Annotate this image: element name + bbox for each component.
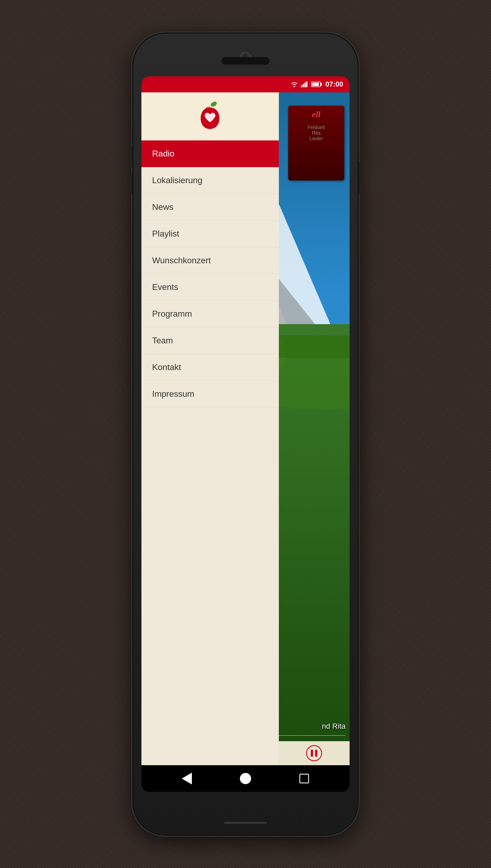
svg-rect-4 (306, 81, 308, 87)
volume-up-button[interactable] (130, 146, 132, 167)
menu-item-kontakt[interactable]: Kontakt (141, 354, 279, 381)
menu-item-wunschkonzert[interactable]: Wunschkonzert (141, 247, 279, 274)
svg-rect-2 (302, 84, 304, 87)
phone-screen: 07:00 (141, 76, 350, 792)
status-time: 07:00 (325, 80, 343, 88)
menu-item-events[interactable]: Events (141, 274, 279, 301)
menu-item-radio[interactable]: Radio (141, 140, 279, 167)
pause-bar-left (311, 750, 313, 757)
pause-button[interactable] (306, 745, 322, 761)
album-art: ell FelduettRitaLieder (288, 106, 344, 180)
home-icon (240, 773, 251, 784)
pause-bar-right (315, 750, 317, 757)
back-icon (182, 773, 192, 784)
bottom-bar (224, 822, 267, 824)
app-logo (197, 101, 223, 132)
artist-name: nd Rita (322, 722, 346, 730)
drawer-logo-area (141, 92, 279, 140)
navigation-drawer: Radio Lokalisierung News Playlist (141, 92, 279, 765)
menu-item-news[interactable]: News (141, 194, 279, 221)
menu-item-playlist[interactable]: Playlist (141, 221, 279, 247)
signal-icon (301, 81, 308, 87)
recent-apps-icon (299, 774, 309, 783)
wifi-icon (290, 81, 298, 87)
volume-down-button[interactable] (130, 172, 132, 194)
svg-rect-3 (305, 83, 306, 87)
player-controls (279, 741, 350, 765)
power-button[interactable] (359, 162, 361, 194)
drawer-menu: Radio Lokalisierung News Playlist (141, 140, 279, 765)
navigation-bar (141, 765, 350, 792)
album-title-text: ell (288, 106, 344, 123)
menu-item-team[interactable]: Team (141, 327, 279, 354)
svg-rect-1 (301, 85, 302, 87)
menu-item-programm[interactable]: Programm (141, 301, 279, 327)
album-subtitle-text: FelduettRitaLieder (288, 123, 344, 143)
screen-content: ell FelduettRitaLieder nd Rita (141, 92, 350, 765)
recent-apps-button[interactable] (297, 772, 311, 785)
battery-icon (311, 82, 321, 87)
menu-item-impressum[interactable]: Impressum (141, 381, 279, 408)
home-button[interactable] (239, 772, 252, 785)
svg-point-15 (210, 101, 218, 108)
menu-item-lokalisierung[interactable]: Lokalisierung (141, 167, 279, 194)
status-bar: 07:00 (141, 76, 350, 92)
back-button[interactable] (180, 772, 194, 785)
status-icons: 07:00 (290, 80, 343, 88)
phone-frame: 07:00 (134, 34, 357, 835)
svg-point-0 (293, 86, 295, 87)
earpiece-speaker (222, 57, 269, 65)
